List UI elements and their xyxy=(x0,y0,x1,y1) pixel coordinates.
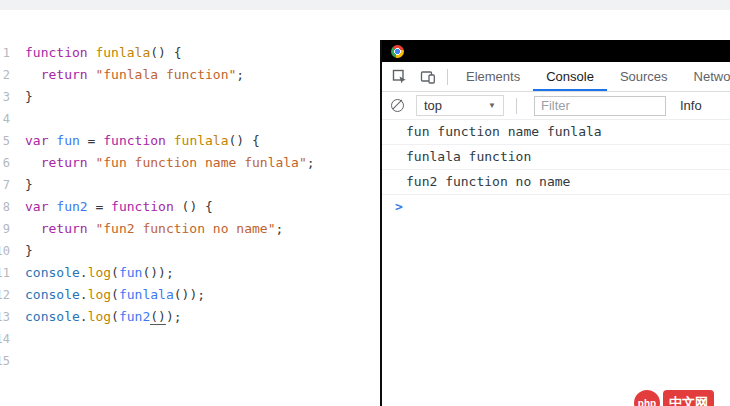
toolbar-separator xyxy=(516,98,517,114)
code-line: 12console.log(funlala()); xyxy=(0,284,380,306)
code-text: var fun = function funlala() { xyxy=(10,130,260,152)
code-text: console.log(fun2()); xyxy=(10,306,182,328)
clear-console-icon[interactable] xyxy=(391,99,404,112)
code-text xyxy=(10,108,25,130)
console-message: funlala function xyxy=(382,145,730,170)
php-logo-icon: php xyxy=(634,390,660,406)
code-line: 7} xyxy=(0,174,380,196)
line-number: 8 xyxy=(0,196,10,218)
code-text: } xyxy=(10,240,33,262)
line-number: 5 xyxy=(0,130,10,152)
line-number: 10 xyxy=(0,240,10,262)
code-text: console.log(fun()); xyxy=(10,262,174,284)
devtools-tabbar: ElementsConsoleSourcesNetwork xyxy=(382,62,730,92)
code-text: return "fun2 function no name"; xyxy=(10,218,283,240)
watermark-php-cn: php 中文网 xyxy=(634,390,714,406)
code-line: 5var fun = function funlala() { xyxy=(0,130,380,152)
line-number: 11 xyxy=(0,262,10,284)
line-number: 12 xyxy=(0,284,10,306)
line-number: 2 xyxy=(0,64,10,86)
tab-console[interactable]: Console xyxy=(533,62,607,91)
tab-network[interactable]: Network xyxy=(681,62,730,91)
tab-elements[interactable]: Elements xyxy=(453,62,533,91)
filter-input[interactable] xyxy=(534,96,666,116)
console-toolbar: top ▼ Info xyxy=(382,92,730,120)
code-text: } xyxy=(10,86,33,108)
code-text: return "funlala function"; xyxy=(10,64,244,86)
line-number: 9 xyxy=(0,218,10,240)
code-line: 2 return "funlala function"; xyxy=(0,64,380,86)
code-line: 15 xyxy=(0,350,380,372)
code-text: console.log(funlala()); xyxy=(10,284,205,306)
watermark-text: 中文网 xyxy=(663,390,714,406)
code-line: 1function funlala() { xyxy=(0,42,380,64)
code-line: 13console.log(fun2()); xyxy=(0,306,380,328)
line-number: 14 xyxy=(0,328,10,350)
code-text: } xyxy=(10,174,33,196)
code-lines: 1function funlala() {2 return "funlala f… xyxy=(0,42,380,372)
code-line: 9 return "fun2 function no name"; xyxy=(0,218,380,240)
device-toolbar-icon[interactable] xyxy=(414,62,442,91)
code-line: 11console.log(fun()); xyxy=(0,262,380,284)
line-number: 15 xyxy=(0,350,10,372)
line-number: 7 xyxy=(0,174,10,196)
console-message: fun2 function no name xyxy=(382,170,730,195)
tab-sources[interactable]: Sources xyxy=(607,62,681,91)
context-selector-dropdown[interactable]: top ▼ xyxy=(416,95,504,116)
toolbar-separator xyxy=(447,69,448,85)
code-line: 6 return "fun function name funlala"; xyxy=(0,152,380,174)
code-line: 4 xyxy=(0,108,380,130)
chrome-icon xyxy=(391,45,404,58)
screen: 1function funlala() {2 return "funlala f… xyxy=(0,0,730,406)
code-editor[interactable]: 1function funlala() {2 return "funlala f… xyxy=(0,10,380,406)
line-number: 1 xyxy=(0,42,10,64)
console-message: fun function name funlala xyxy=(382,120,730,145)
devtools-window: ElementsConsoleSourcesNetwork top ▼ Info… xyxy=(380,40,730,406)
code-text: function funlala() { xyxy=(10,42,182,64)
chevron-down-icon: ▼ xyxy=(488,101,496,110)
line-number: 13 xyxy=(0,306,10,328)
console-messages: fun function name funlalafunlala functio… xyxy=(382,120,730,195)
code-line: 8var fun2 = function () { xyxy=(0,196,380,218)
line-number: 4 xyxy=(0,108,10,130)
top-strip xyxy=(0,0,730,10)
devtools-tabs: ElementsConsoleSourcesNetwork xyxy=(453,62,730,91)
code-text: var fun2 = function () { xyxy=(10,196,213,218)
code-line: 3} xyxy=(0,86,380,108)
context-selector-value: top xyxy=(424,98,442,113)
devtools-titlebar xyxy=(382,40,730,62)
code-line: 14 xyxy=(0,328,380,350)
code-line: 10} xyxy=(0,240,380,262)
code-text: return "fun function name funlala"; xyxy=(10,152,315,174)
code-text xyxy=(10,328,25,350)
console-prompt[interactable]: > xyxy=(382,195,730,219)
log-level-dropdown[interactable]: Info xyxy=(680,98,702,113)
line-number: 3 xyxy=(0,86,10,108)
inspect-element-icon[interactable] xyxy=(386,62,414,91)
line-number: 6 xyxy=(0,152,10,174)
code-text xyxy=(10,350,25,372)
